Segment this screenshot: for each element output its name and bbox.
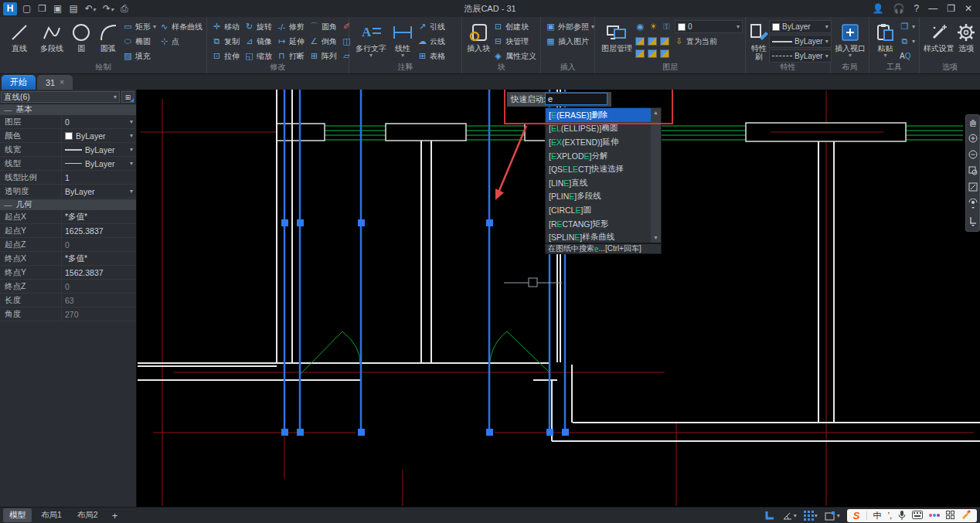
stretch-button[interactable]: ⊡拉伸	[210, 49, 241, 63]
array-button[interactable]: ⊞阵列	[308, 49, 339, 63]
layer-select-dropdown[interactable]: 0▾	[675, 20, 743, 33]
help-icon[interactable]: ?	[914, 3, 919, 14]
undo-icon[interactable]: ↶▾	[85, 4, 96, 13]
property-value[interactable]: 0▾	[61, 115, 136, 128]
dropdown-arrow-icon[interactable]: ▾	[130, 146, 133, 153]
lineweight-control-dropdown[interactable]: ByLayer▾	[769, 35, 832, 48]
dropdown-arrow-icon[interactable]: ▾	[130, 132, 133, 139]
circle-tool-button[interactable]: 圆	[68, 19, 94, 53]
orbit-icon[interactable]	[968, 199, 978, 211]
ime-mic-icon[interactable]	[898, 510, 906, 521]
property-value[interactable]: *多值*	[61, 210, 136, 223]
layer-lock-icon[interactable]: ⚿	[662, 22, 672, 32]
insert-block-button[interactable]: 插入块	[465, 19, 492, 53]
copy-button[interactable]: ⧉复制	[210, 35, 241, 48]
property-value[interactable]: ByLayer▾	[61, 129, 136, 142]
copy-base-button[interactable]: ⧉▾	[898, 35, 917, 48]
ellipse-tool-button[interactable]: ⬭椭圆	[121, 35, 158, 48]
mtext-dropdown-arrow[interactable]: ▾	[352, 53, 390, 58]
layer-toggle-icon-4[interactable]	[635, 49, 645, 58]
ime-punctuation-button[interactable]: ’,	[888, 511, 893, 520]
save-icon[interactable]: ▣	[53, 4, 62, 13]
paste-dropdown-arrow[interactable]: ▾	[873, 53, 898, 58]
property-value[interactable]: 270	[61, 307, 136, 321]
property-value[interactable]: *多值*	[61, 252, 136, 265]
table-button[interactable]: ⊞表格	[416, 49, 447, 63]
object-type-selector[interactable]: 直线(6)▾	[1, 91, 120, 103]
scale-button[interactable]: ◱缩放	[243, 49, 274, 63]
break-button[interactable]: ⊓打断	[275, 49, 306, 63]
user-account-icon[interactable]: 👤	[873, 3, 884, 14]
linear-dropdown-arrow[interactable]: ▾	[390, 53, 416, 58]
tab-model[interactable]: 模型	[3, 508, 32, 522]
tab-start[interactable]: 开始	[2, 75, 36, 90]
line-tool-button[interactable]: 直线	[3, 19, 36, 53]
command-suggestion-item[interactable]: [SPLINE] 样条曲线	[546, 230, 651, 243]
xref-button[interactable]: ▣外部参照▾	[544, 20, 596, 33]
set-current-layer-button[interactable]: ⇩置为当前	[672, 35, 719, 48]
layer-toggle-icon-3[interactable]	[660, 37, 669, 46]
command-suggestion-item[interactable]: [EX(EXTEND)] 延伸	[546, 135, 651, 149]
dropdown-arrow-icon[interactable]: ▾	[130, 188, 133, 195]
quick-select-button[interactable]: ⊞	[121, 91, 134, 103]
snap-grid-icon[interactable]: ▾	[804, 511, 818, 521]
property-value[interactable]: 1625.3837	[61, 224, 136, 237]
property-value[interactable]: 1562.3837	[61, 266, 136, 279]
selection-grips[interactable]	[281, 219, 569, 436]
support-headset-icon[interactable]: 🎧	[893, 3, 905, 14]
sogou-ime-icon[interactable]: S	[853, 510, 860, 521]
zoom-extents-icon[interactable]	[968, 182, 978, 193]
arc-tool-button[interactable]: 圆弧	[95, 19, 121, 53]
dropdown-arrow-icon[interactable]: ▾	[130, 160, 133, 167]
linear-dim-button[interactable]: 线性 ▾	[390, 19, 416, 58]
layer-on-icon[interactable]: ◉	[635, 22, 645, 32]
trim-button[interactable]: -/-修剪	[275, 20, 306, 33]
print-icon[interactable]: ⎙	[121, 4, 128, 13]
dropdown-arrow-icon[interactable]: ▾	[130, 118, 133, 125]
command-suggestion-item[interactable]: [PLINE] 多段线	[546, 190, 651, 204]
section-header-1[interactable]: —几何	[0, 199, 136, 210]
ime-toolbox-icon[interactable]	[961, 510, 971, 521]
style-settings-button[interactable]: 样式设置	[923, 19, 954, 53]
block-manager-button[interactable]: ⊟块管理	[492, 35, 538, 48]
search-in-drawing-footer[interactable]: 在图纸中搜索e...[Ctrl+回车]	[545, 243, 662, 254]
viewport-dropdown-arrow[interactable]: ▾	[834, 53, 866, 58]
property-value[interactable]: 1	[61, 171, 136, 184]
find-replace-button[interactable]: AQ	[898, 49, 917, 63]
property-value[interactable]: ByLayer▾	[61, 143, 136, 156]
ucs-axes-icon[interactable]	[968, 216, 978, 228]
layer-toggle-icon-6[interactable]	[660, 49, 669, 58]
layer-manager-button[interactable]: 图层管理	[598, 19, 635, 53]
ime-panel-grid-icon[interactable]	[946, 511, 954, 521]
revcloud-button[interactable]: ☁云线	[416, 35, 447, 48]
property-value[interactable]: 0	[61, 238, 136, 251]
zoom-out-icon[interactable]	[968, 150, 978, 161]
restore-button[interactable]: ❐	[947, 3, 955, 14]
tab-layout1[interactable]: 布局1	[35, 508, 68, 522]
command-suggestion-item[interactable]: [LINE] 直线	[546, 176, 651, 190]
tab-layout2[interactable]: 布局2	[71, 508, 104, 522]
ortho-mode-icon[interactable]	[764, 510, 775, 521]
save-as-icon[interactable]: ▤	[69, 4, 77, 13]
mtext-button[interactable]: A 多行文字 ▾	[352, 19, 390, 58]
copy-clip-button[interactable]: ❐▾	[898, 20, 917, 33]
move-button[interactable]: ✛移动	[210, 20, 241, 33]
section-header-0[interactable]: —基本	[0, 104, 136, 115]
insert-image-button[interactable]: ▦插入图片	[544, 35, 596, 48]
app-logo[interactable]: H	[3, 2, 17, 15]
rectangle-tool-button[interactable]: ▭矩形▾	[121, 20, 158, 33]
scroll-down-icon[interactable]: ▼	[653, 233, 658, 243]
pan-hand-icon[interactable]	[968, 117, 978, 128]
layer-toggle-icon-2[interactable]	[648, 37, 657, 46]
suggestion-scrollbar[interactable]: ▲ ▼	[651, 108, 661, 243]
open-file-icon[interactable]: ❒	[38, 4, 46, 13]
point-tool-button[interactable]: ⊹点	[158, 35, 204, 48]
property-value[interactable]: 63	[61, 294, 136, 307]
zoom-in-icon[interactable]	[968, 134, 978, 144]
spline-tool-button[interactable]: ∿样条曲线	[158, 20, 204, 33]
door-swing-arcs[interactable]	[301, 331, 550, 374]
property-value[interactable]: ByLayer▾	[61, 157, 136, 170]
hatch-tool-button[interactable]: ▨填充	[121, 49, 158, 63]
close-button[interactable]: ✕	[965, 3, 972, 14]
color-control-dropdown[interactable]: ByLayer▾	[769, 20, 832, 33]
